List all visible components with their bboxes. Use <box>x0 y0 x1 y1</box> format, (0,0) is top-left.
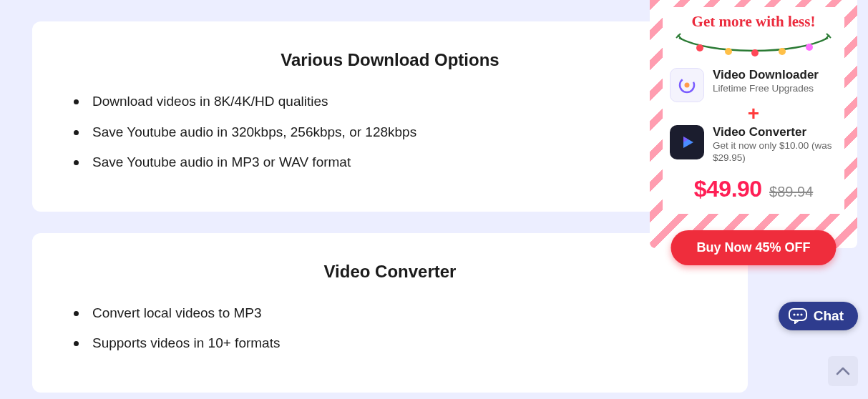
product-subtitle: Get it now only $10.00 (was $29.95) <box>713 139 837 164</box>
chat-button[interactable]: Chat <box>779 302 858 330</box>
video-converter-icon <box>670 125 704 159</box>
price-row: $49.90 $89.94 <box>663 176 844 202</box>
list-item: Supports videos in 10+ formats <box>68 333 712 354</box>
chevron-up-icon <box>836 367 850 375</box>
chat-label: Chat <box>814 308 844 324</box>
svg-point-12 <box>800 313 802 315</box>
promo-inner: Get more with less! Video Downloader Lif… <box>663 7 844 214</box>
svg-point-4 <box>806 44 813 51</box>
content-column: Various Download Options Download videos… <box>32 0 748 393</box>
svg-point-0 <box>696 44 703 51</box>
svg-point-10 <box>793 313 795 315</box>
buy-now-button[interactable]: Buy Now 45% OFF <box>670 230 836 265</box>
video-downloader-icon <box>670 68 704 102</box>
svg-point-2 <box>751 49 759 56</box>
svg-point-11 <box>796 313 799 315</box>
promo-product-text: Video Downloader Lifetime Free Upgrades <box>713 68 837 94</box>
promo-product-converter: Video Converter Get it now only $10.00 (… <box>663 122 844 167</box>
chat-icon <box>789 308 807 324</box>
garland-icon <box>675 28 832 58</box>
card-title: Video Converter <box>68 262 712 282</box>
list-item: Save Youtube audio in 320kbps, 256kbps, … <box>68 122 712 143</box>
plus-icon: + <box>663 104 844 124</box>
product-title: Video Downloader <box>713 68 837 82</box>
card-title: Various Download Options <box>68 50 712 70</box>
promo-product-text: Video Converter Get it now only $10.00 (… <box>713 125 837 164</box>
feature-card-download-options: Various Download Options Download videos… <box>32 21 748 212</box>
product-subtitle: Lifetime Free Upgrades <box>713 82 837 95</box>
list-item: Download videos in 8K/4K/HD qualities <box>68 92 712 112</box>
svg-point-1 <box>725 48 732 55</box>
feature-list: Convert local videos to MP3 Supports vid… <box>68 303 712 354</box>
svg-point-6 <box>685 83 690 88</box>
feature-card-video-converter: Video Converter Convert local videos to … <box>32 233 748 393</box>
list-item: Convert local videos to MP3 <box>68 303 712 324</box>
list-item: Save Youtube audio in MP3 or WAV format <box>68 152 712 173</box>
scroll-to-top-button[interactable] <box>828 356 858 386</box>
promo-product-downloader: Video Downloader Lifetime Free Upgrades <box>663 65 844 105</box>
svg-point-3 <box>779 48 786 55</box>
feature-list: Download videos in 8K/4K/HD qualities Sa… <box>68 92 712 173</box>
product-title: Video Converter <box>713 125 837 139</box>
price-now: $49.90 <box>694 176 762 202</box>
promo-panel: Get more with less! Video Downloader Lif… <box>650 0 857 248</box>
price-was: $89.94 <box>769 184 813 200</box>
